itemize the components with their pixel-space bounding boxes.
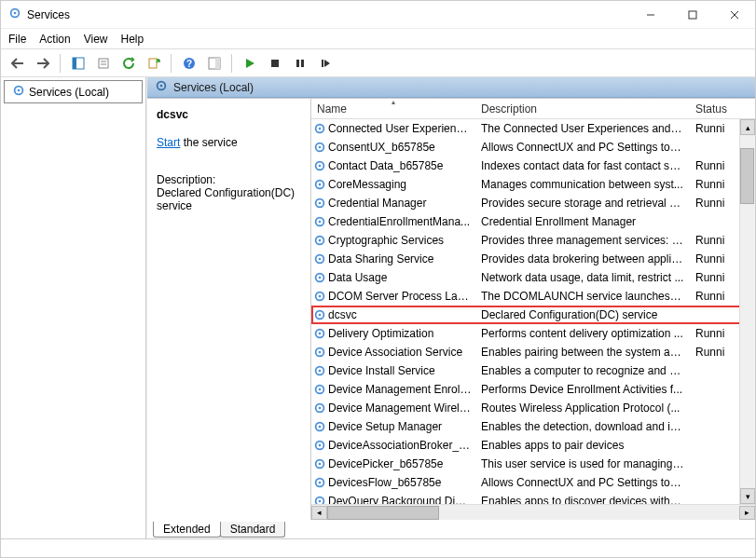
svg-point-67 [319,500,322,503]
service-description-cell: Enables apps to discover devices with a … [475,495,690,504]
service-row[interactable]: Credential ManagerProvides secure storag… [311,194,755,212]
service-row[interactable]: Cryptographic ServicesProvides three man… [311,231,755,250]
gear-icon [311,215,328,228]
service-description-cell: Performs content delivery optimization .… [475,327,690,340]
gear-icon [311,234,328,247]
service-row[interactable]: ConsentUX_b65785eAllows ConnectUX and PC… [311,138,755,157]
column-header-description[interactable]: Description [475,99,690,118]
pause-service-button[interactable] [289,53,310,74]
toolbar: ? [1,49,755,77]
service-row[interactable]: Device Install ServiceEnables a computer… [311,361,755,380]
tab-extended[interactable]: Extended [153,522,221,538]
restart-service-button[interactable] [314,53,336,74]
service-row[interactable]: CredentialEnrollmentMana...Credential En… [311,212,755,231]
close-button[interactable] [713,1,755,28]
service-row[interactable]: DevicePicker_b65785eThis user service is… [311,455,755,473]
svg-rect-8 [99,59,108,68]
horizontal-scrollbar[interactable]: ◂ ▸ [311,504,755,520]
tab-standard[interactable]: Standard [220,522,286,538]
menu-action[interactable]: Action [39,33,70,46]
properties-button[interactable] [92,53,114,74]
start-service-link[interactable]: Start [157,136,180,149]
action-pane-button[interactable] [203,53,225,74]
forward-button[interactable] [32,53,53,74]
scroll-right-button[interactable]: ▸ [739,506,755,520]
service-name-cell: CredentialEnrollmentMana... [328,215,475,228]
gear-icon [311,346,328,359]
service-row[interactable]: Device Association ServiceEnables pairin… [311,343,755,361]
scroll-up-button[interactable]: ▴ [740,119,755,135]
service-description-cell: Enables pairing between the system an... [475,346,690,359]
service-row[interactable]: Connected User Experience...The Connecte… [311,119,755,138]
gear-icon [311,308,328,321]
help-button[interactable]: ? [178,53,199,74]
service-name-cell: Device Association Service [328,346,475,359]
column-header-name[interactable]: Name ▴ [311,99,475,118]
hscroll-track[interactable] [327,506,739,520]
service-row[interactable]: Data Sharing ServiceProvides data broker… [311,250,755,268]
refresh-button[interactable] [117,53,139,74]
stop-service-button[interactable] [264,53,285,74]
vscroll-track[interactable] [740,135,755,488]
svg-point-35 [319,202,322,205]
column-header-status-label: Status [695,102,727,116]
service-description-cell: Network data usage, data limit, restrict… [475,271,690,284]
service-row[interactable]: Delivery OptimizationPerforms content de… [311,324,755,343]
service-description-cell: Declared Configuration(DC) service [475,308,690,321]
service-row[interactable]: DeviceAssociationBroker_b...Enables apps… [311,436,755,455]
tree-pane: Services (Local) [1,77,146,538]
svg-point-49 [319,333,322,335]
svg-point-63 [319,463,322,466]
menu-help[interactable]: Help [121,33,144,46]
tree-node-services-local[interactable]: Services (Local) [4,80,143,103]
gear-icon [311,401,328,415]
gear-icon [311,178,328,191]
service-row[interactable]: DevicesFlow_b65785eAllows ConnectUX and … [311,473,755,492]
service-row[interactable]: Contact Data_b65785eIndexes contact data… [311,157,755,175]
show-hide-tree-button[interactable] [67,53,89,74]
gear-icon [311,476,328,489]
service-description-cell: This user service is used for managing t… [475,457,690,470]
vertical-scrollbar[interactable]: ▴ ▾ [739,119,755,504]
svg-point-29 [319,146,322,149]
column-header-description-label: Description [481,102,537,116]
service-row[interactable]: Device Management Enroll...Performs Devi… [311,380,755,399]
gear-icon [311,252,328,265]
svg-rect-11 [149,59,157,68]
minimize-button[interactable] [629,1,671,28]
svg-point-23 [18,89,21,92]
menu-file[interactable]: File [8,33,26,46]
window-title: Services [27,8,629,21]
body: Services (Local) Services (Local) dcsvc … [1,77,755,538]
svg-rect-17 [271,60,279,67]
export-list-button[interactable] [143,53,164,74]
maximize-button[interactable] [671,1,713,28]
service-description-cell: Enables apps to pair devices [475,439,690,452]
service-name-cell: Data Usage [328,271,475,284]
column-header-status[interactable]: Status [690,99,755,118]
service-name-cell: Contact Data_b65785e [328,159,475,172]
svg-point-51 [319,351,322,354]
service-name-cell: Connected User Experience... [328,122,475,135]
service-row[interactable]: dcsvcDeclared Configuration(DC) service [311,306,755,324]
selected-service-name: dcsvc [157,108,301,121]
menu-view[interactable]: View [84,33,108,46]
service-row[interactable]: DCOM Server Process Laun...The DCOMLAUNC… [311,287,755,306]
menu-bar: File Action View Help [1,29,755,49]
service-name-cell: Cryptographic Services [328,234,475,247]
service-row[interactable]: Device Setup ManagerEnables the detectio… [311,417,755,436]
service-row[interactable]: DevQuery Background Disc...Enables apps … [311,492,755,504]
vscroll-thumb[interactable] [740,148,754,204]
scroll-down-button[interactable]: ▾ [740,488,755,504]
service-description-cell: The DCOMLAUNCH service launches C... [475,290,690,303]
service-row[interactable]: CoreMessagingManages communication betwe… [311,175,755,194]
scroll-left-button[interactable]: ◂ [311,506,327,520]
service-description-cell: Provides data brokering between applic..… [475,252,690,265]
gear-icon [311,141,328,154]
service-row[interactable]: Device Management Wirele...Routes Wirele… [311,399,755,417]
back-button[interactable] [7,53,28,74]
gear-icon [311,383,328,396]
start-service-button[interactable] [239,53,260,74]
service-row[interactable]: Data UsageNetwork data usage, data limit… [311,268,755,287]
hscroll-thumb[interactable] [327,506,439,520]
